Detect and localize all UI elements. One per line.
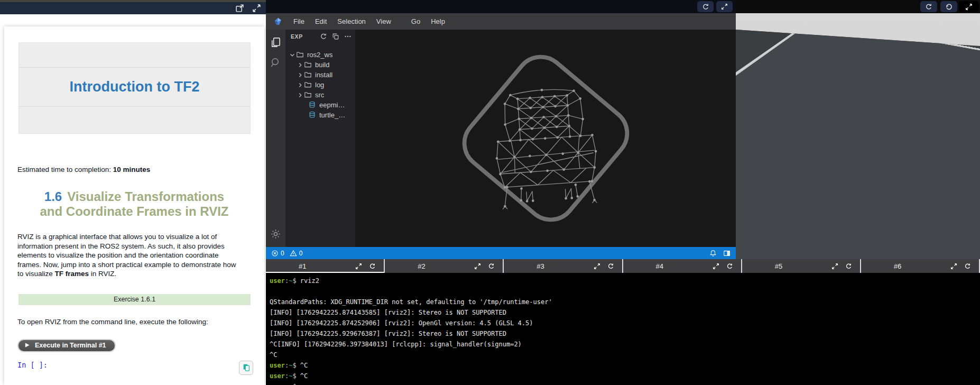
terminal-line: QStandardPaths: XDG_RUNTIME_DIR not set,…	[270, 297, 976, 307]
section-number: 1.6	[44, 189, 62, 204]
terminal-output[interactable]: user:~$ rviz2QStandardPaths: XDG_RUNTIME…	[266, 273, 980, 385]
explorer-sidebar: EXPLORER	[285, 30, 355, 247]
tree-item-eepmi[interactable]: eepmi…	[285, 100, 355, 110]
sim-refresh-button[interactable]	[920, 1, 937, 12]
terminal-line	[270, 286, 976, 297]
expand-panel-icon[interactable]	[252, 4, 261, 13]
estimated-time: Estimated time to completion: 10 minutes	[17, 166, 264, 173]
notifications-bell-icon[interactable]	[709, 250, 717, 257]
tree-item-install[interactable]: install	[285, 70, 355, 80]
title-block-bottom-cell	[19, 107, 250, 133]
menu-file[interactable]: File	[288, 17, 310, 25]
ide-top-strip	[266, 0, 736, 13]
explorer-header: EXPLORER	[285, 30, 355, 43]
more-actions-icon[interactable]	[344, 33, 352, 40]
ide-refresh-button[interactable]	[697, 1, 714, 12]
sim-expand-button[interactable]	[959, 1, 979, 12]
tree-item-log[interactable]: log	[285, 80, 355, 90]
chevron-icon	[289, 51, 296, 59]
problems-warnings[interactable]: 0	[290, 250, 303, 257]
settings-gear-icon[interactable]	[270, 228, 282, 240]
play-icon	[24, 342, 30, 348]
terminal-line: user:~$ ^C	[270, 371, 976, 381]
execute-terminal-button[interactable]: Execute in Terminal #1	[17, 339, 116, 352]
terminal-tab-4[interactable]: #4	[623, 259, 742, 273]
explorer-refresh-icon[interactable]	[320, 33, 327, 40]
terminal-tab-6[interactable]: #6	[861, 259, 980, 273]
simulation-panel	[736, 0, 980, 259]
tab-restart-icon[interactable]	[845, 263, 852, 270]
editor-viewport[interactable]	[355, 30, 736, 247]
exercise-banner: Exercise 1.6.1	[19, 294, 251, 305]
title-cell: Introduction to TF2	[19, 68, 250, 107]
simulation-top-strip	[736, 0, 980, 13]
tab-expand-icon[interactable]	[474, 263, 481, 270]
cell-input-prompt: In [ ]:	[17, 361, 48, 369]
chevron-icon	[297, 81, 304, 89]
code-cell-row: In [ ]:	[17, 361, 253, 375]
database-icon	[308, 111, 316, 118]
folder-icon	[304, 71, 312, 78]
simulation-viewport[interactable]	[736, 13, 980, 259]
terminal-line: ^C	[270, 350, 976, 360]
terminal-line: user:~$	[270, 381, 976, 385]
menu-selection[interactable]: Selection	[332, 17, 371, 25]
tree-item-src[interactable]: src	[285, 90, 355, 100]
tab-expand-icon[interactable]	[713, 263, 719, 270]
ide-expand-button[interactable]	[716, 1, 733, 12]
menu-help[interactable]: Help	[426, 17, 450, 25]
title-block-top-cell	[19, 43, 250, 68]
search-icon[interactable]	[270, 57, 282, 69]
robot-model	[835, 38, 884, 155]
terminal-tab-2[interactable]: #2	[385, 259, 504, 273]
tab-restart-icon[interactable]	[726, 263, 733, 270]
tab-expand-icon[interactable]	[594, 263, 600, 270]
folder-icon	[304, 91, 312, 98]
collapse-folders-icon[interactable]	[332, 33, 339, 40]
terminal-tab-3[interactable]: #3	[504, 259, 623, 273]
folder-icon	[304, 81, 312, 88]
folder-icon	[296, 51, 304, 58]
problems-errors[interactable]: 0	[271, 250, 284, 257]
section-paragraph: RVIZ is a graphical interface that allow…	[17, 232, 241, 279]
copy-button[interactable]	[239, 361, 253, 375]
tree-item-ros2-ws[interactable]: ros2_ws	[285, 50, 355, 60]
tab-expand-icon[interactable]	[950, 263, 957, 270]
terminal-line: [INFO] [1762942225.929676387] [rviz2]: S…	[270, 328, 976, 339]
explorer-title: EXPLORER	[291, 33, 303, 40]
chevron-icon	[297, 71, 304, 79]
terminal-line: [INFO] [1762942225.874252906] [rviz2]: O…	[270, 318, 976, 328]
theory-panel: Introduction to TF2 Estimated time to co…	[0, 0, 266, 385]
warning-icon	[290, 250, 297, 257]
error-icon	[271, 250, 279, 257]
terminal-tab-5[interactable]: #5	[742, 259, 861, 273]
menu-view[interactable]: View	[371, 17, 396, 25]
ide-panel: FileEditSelectionViewGoHelp	[266, 0, 736, 259]
terminal-line: ^C[INFO] [1762942296.397384013] [rclcpp]…	[270, 339, 976, 350]
panel-layout-icon[interactable]	[723, 250, 731, 257]
tree-item-build[interactable]: build	[285, 60, 355, 70]
tab-restart-icon[interactable]	[369, 263, 376, 270]
tree-item-turtle[interactable]: turtle_…	[285, 110, 355, 120]
terminal-tab-1[interactable]: #1	[266, 259, 385, 273]
tab-restart-icon[interactable]	[607, 263, 614, 270]
open-external-icon[interactable]	[235, 4, 244, 13]
activity-bar	[266, 30, 285, 247]
tab-expand-icon[interactable]	[355, 263, 362, 270]
sim-reset-view-button[interactable]	[940, 1, 957, 12]
terminal-line: [INFO] [1762942225.874143585] [rviz2]: S…	[270, 307, 976, 318]
terminal-line: user:~$ rviz2	[270, 276, 976, 286]
tab-expand-icon[interactable]	[831, 263, 838, 270]
instruction-text: To open RVIZ from the command line, exec…	[17, 318, 264, 326]
app-logo-icon	[273, 17, 283, 26]
explorer-files-icon[interactable]	[270, 36, 282, 49]
menu-go[interactable]: Go	[406, 17, 426, 25]
chevron-icon	[297, 91, 304, 99]
tab-restart-icon[interactable]	[488, 263, 495, 270]
terminal-tabs: #1 #2	[266, 259, 980, 273]
tab-restart-icon[interactable]	[964, 263, 971, 270]
menu-edit[interactable]: Edit	[310, 17, 332, 25]
ide-menubar: FileEditSelectionViewGoHelp	[266, 13, 736, 30]
section-heading: 1.6Visualize Transformationsand Coordina…	[10, 189, 259, 218]
folder-icon	[304, 61, 312, 68]
